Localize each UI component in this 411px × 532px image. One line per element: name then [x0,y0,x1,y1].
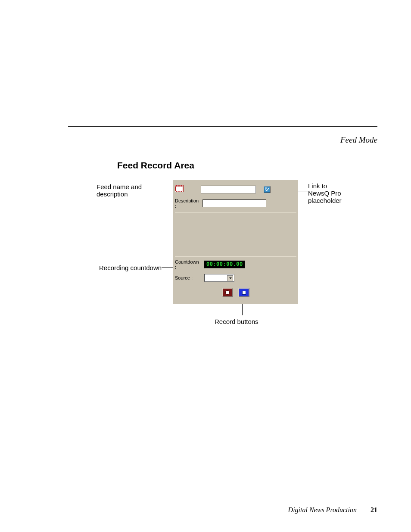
feed-name-input[interactable] [201,186,256,193]
callout-countdown: Recording countdown [99,264,162,271]
callout-leader-line [137,194,173,194]
callout-text: description [97,190,128,198]
svg-rect-7 [175,191,176,192]
svg-rect-13 [265,187,267,189]
svg-rect-9 [179,191,180,192]
callout-text: placeholder [308,197,342,204]
callout-feed-name: Feed name and description [97,183,142,198]
description-input[interactable] [202,199,266,207]
svg-rect-8 [177,191,178,192]
record-button[interactable] [222,288,233,297]
callout-leader-line [162,268,173,268]
page-number: 21 [371,506,377,513]
film-clip-icon [175,185,184,194]
newsq-link-button[interactable] [264,186,271,193]
panel-divider [175,256,296,257]
callout-link-newsq: Link to NewsQ Pro placeholder [308,182,342,204]
svg-rect-10 [181,191,181,192]
footer-title: Digital News Production [288,506,357,513]
svg-rect-1 [176,187,183,191]
svg-rect-6 [182,186,183,187]
callout-text: Feed name and [97,183,142,190]
source-select[interactable] [204,274,234,282]
header-divider [68,126,377,127]
section-title: Feed Record Area [117,160,194,171]
callout-text: Link to [308,182,327,190]
callout-leader-line [242,303,243,315]
page-footer: Digital News Production 21 [288,506,377,514]
svg-rect-3 [177,186,178,187]
svg-rect-5 [181,186,181,187]
chevron-down-icon [229,277,232,279]
page-header: Feed Mode [340,135,377,145]
source-label: Source : [175,275,201,280]
svg-rect-2 [175,186,176,187]
description-label: Description : [175,198,199,208]
countdown-label: Countdown : [175,259,201,270]
feed-record-panel: Description : Countdown : 00:00:00.00 So… [173,180,298,304]
callout-text: NewsQ Pro [308,190,341,197]
stop-button[interactable] [238,288,249,297]
svg-rect-4 [179,186,180,187]
countdown-display: 00:00:00.00 [204,261,245,268]
stop-icon [242,291,246,295]
callout-record-buttons: Record buttons [215,318,258,325]
svg-rect-11 [182,191,183,192]
record-icon [225,290,230,295]
